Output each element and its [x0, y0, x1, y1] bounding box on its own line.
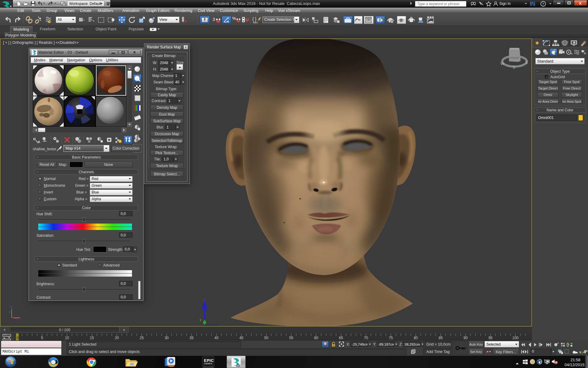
svg-text:{ }: { } — [252, 17, 257, 21]
svg-text:S: S — [513, 65, 515, 70]
svg-text:100: 100 — [512, 336, 518, 340]
svg-text:30: 30 — [164, 336, 169, 340]
svg-text:65: 65 — [339, 336, 343, 340]
svg-text:W: W — [500, 61, 504, 66]
svg-text:80: 80 — [414, 336, 418, 340]
svg-text:MAX: MAX — [237, 365, 241, 367]
svg-text:95: 95 — [488, 336, 493, 340]
svg-text:15: 15 — [90, 336, 94, 340]
svg-text:x: x — [20, 318, 21, 321]
svg-text:E: E — [526, 60, 528, 65]
svg-text:y: y — [200, 318, 202, 321]
svg-text:ABC: ABC — [253, 21, 258, 24]
svg-text:55: 55 — [289, 336, 293, 340]
svg-text:5: 5 — [41, 336, 43, 340]
svg-text:60: 60 — [314, 336, 318, 340]
svg-text:Y: Y — [9, 311, 11, 314]
svg-text:85: 85 — [439, 336, 443, 340]
svg-text:FRONT: FRONT — [510, 56, 519, 59]
svg-text:35: 35 — [190, 336, 194, 340]
svg-text:70: 70 — [364, 336, 368, 340]
svg-text:0: 0 — [17, 336, 19, 340]
svg-text:25: 25 — [140, 336, 144, 340]
svg-text:?: ? — [542, 2, 544, 6]
svg-text:75: 75 — [389, 336, 393, 340]
svg-text:z: z — [10, 305, 12, 309]
svg-text:10: 10 — [65, 336, 69, 340]
svg-text:45: 45 — [239, 336, 243, 340]
svg-text:90: 90 — [464, 336, 468, 340]
svg-text:50: 50 — [264, 336, 269, 340]
svg-text:20: 20 — [115, 336, 119, 340]
svg-text:z: z — [203, 298, 205, 302]
svg-text:40: 40 — [214, 336, 219, 340]
